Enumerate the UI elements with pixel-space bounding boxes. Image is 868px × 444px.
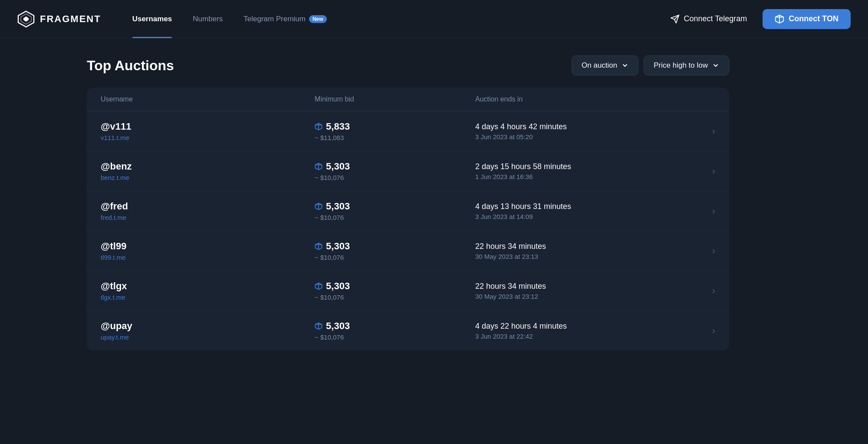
connect-telegram-button[interactable]: Connect Telegram [661, 10, 756, 28]
header: FRAGMENT Usernames Numbers Telegram Prem… [0, 0, 868, 38]
table-row[interactable]: @v111 v111.t.me 5,833 ~ $11,083 4 days 4… [87, 111, 729, 151]
col-min-bid: Minimum bid [315, 95, 475, 103]
auction-time-cell: 22 hours 34 minutes 30 May 2023 at 23:12 [475, 282, 689, 300]
row-chevron: › [689, 245, 715, 257]
table-row[interactable]: @upay upay.t.me 5,303 ~ $10,076 4 days 2… [87, 311, 729, 350]
logo-text: FRAGMENT [40, 13, 101, 25]
row-chevron: › [689, 325, 715, 336]
ton-icon-row [315, 322, 322, 330]
page-title: Top Auctions [87, 58, 174, 74]
ton-icon-row [315, 282, 322, 290]
auction-table: Username Minimum bid Auction ends in @v1… [87, 88, 729, 350]
bid-cell: 5,833 ~ $11,083 [315, 121, 475, 141]
username-cell: @upay upay.t.me [101, 320, 315, 341]
fragment-logo-icon [17, 10, 35, 28]
main-nav: Usernames Numbers Telegram Premium New [122, 0, 661, 38]
bid-cell: 5,303 ~ $10,076 [315, 201, 475, 221]
chevron-down-icon-2 [712, 62, 719, 69]
row-chevron: › [689, 206, 715, 217]
nav-item-numbers[interactable]: Numbers [182, 0, 233, 38]
table-row[interactable]: @tl99 tl99.t.me 5,303 ~ $10,076 22 hours… [87, 231, 729, 271]
username-cell: @tlgx tlgx.t.me [101, 281, 315, 301]
ton-icon-row [315, 242, 322, 250]
main-content: Top Auctions On auction Price high to lo… [0, 38, 868, 368]
row-chevron: › [689, 166, 715, 177]
table-row[interactable]: @fred fred.t.me 5,303 ~ $10,076 4 days 1… [87, 191, 729, 231]
username-cell: @fred fred.t.me [101, 201, 315, 221]
connect-ton-button[interactable]: Connect TON [763, 9, 851, 29]
col-action [689, 95, 715, 103]
sort-filter-button[interactable]: Price high to low [644, 56, 729, 75]
logo[interactable]: FRAGMENT [17, 10, 101, 28]
auction-time-cell: 4 days 4 hours 42 minutes 3 Jun 2023 at … [475, 122, 689, 140]
col-username: Username [101, 95, 315, 103]
svg-marker-2 [23, 16, 29, 22]
auction-time-cell: 4 days 22 hours 4 minutes 3 Jun 2023 at … [475, 322, 689, 340]
ton-icon-row [315, 202, 322, 210]
ton-icon-header [775, 14, 784, 24]
nav-item-usernames[interactable]: Usernames [122, 0, 183, 38]
col-auction-ends: Auction ends in [475, 95, 689, 103]
ton-icon-row [315, 123, 322, 131]
row-chevron: › [689, 285, 715, 297]
chevron-down-icon [621, 62, 628, 69]
bid-cell: 5,303 ~ $10,076 [315, 320, 475, 341]
table-header: Username Minimum bid Auction ends in [87, 88, 729, 111]
auctions-header: Top Auctions On auction Price high to lo… [87, 56, 729, 75]
username-cell: @v111 v111.t.me [101, 121, 315, 141]
telegram-icon [670, 14, 680, 24]
header-actions: Connect Telegram Connect TON [661, 9, 851, 29]
auction-time-cell: 2 days 15 hours 58 minutes 1 Jun 2023 at… [475, 162, 689, 180]
new-badge: New [309, 15, 327, 23]
username-cell: @benz benz.t.me [101, 161, 315, 181]
bid-cell: 5,303 ~ $10,076 [315, 241, 475, 261]
table-row[interactable]: @benz benz.t.me 5,303 ~ $10,076 2 days 1… [87, 151, 729, 191]
username-cell: @tl99 tl99.t.me [101, 241, 315, 261]
row-chevron: › [689, 126, 715, 137]
nav-item-telegram-premium[interactable]: Telegram Premium New [233, 0, 337, 38]
auction-time-cell: 4 days 13 hours 31 minutes 3 Jun 2023 at… [475, 202, 689, 220]
status-filter-button[interactable]: On auction [572, 56, 638, 75]
auction-time-cell: 22 hours 34 minutes 30 May 2023 at 23:13 [475, 242, 689, 260]
filter-group: On auction Price high to low [572, 56, 729, 75]
table-row[interactable]: @tlgx tlgx.t.me 5,303 ~ $10,076 22 hours… [87, 271, 729, 311]
bid-cell: 5,303 ~ $10,076 [315, 281, 475, 301]
bid-cell: 5,303 ~ $10,076 [315, 161, 475, 181]
ton-icon-row [315, 163, 322, 170]
